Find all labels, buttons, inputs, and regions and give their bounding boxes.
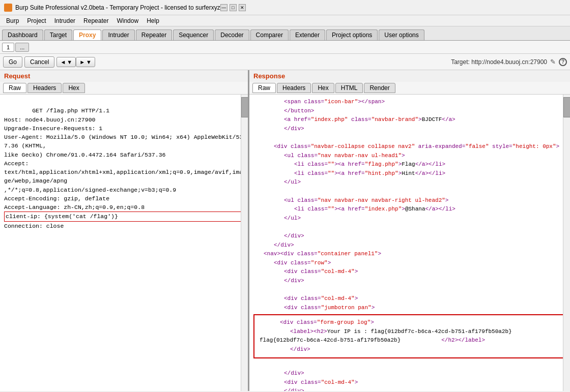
request-tab-hex[interactable]: Hex (63, 83, 84, 93)
menu-help[interactable]: Help (142, 16, 163, 25)
request-highlighted-line: client-ip: {system('cat /flag')} (4, 212, 242, 221)
response-tab-raw[interactable]: Raw (252, 83, 276, 93)
tab-project-options[interactable]: Project options (326, 29, 378, 40)
window-controls[interactable]: — □ ✕ (220, 4, 246, 11)
tab-proxy[interactable]: Proxy (73, 29, 101, 40)
resp-line-22: <div class="col-md-4"> (253, 378, 566, 387)
response-tab-hex[interactable]: Hex (312, 83, 334, 93)
forward-icon: ► (79, 59, 85, 65)
request-line-6: Accept: (4, 160, 28, 167)
titlebar: Burp Suite Professional v2.0beta - Tempo… (0, 0, 570, 15)
tab-comparer[interactable]: Comparer (250, 29, 289, 40)
request-line-3: Upgrade-Insecure-Requests: 1 (4, 125, 102, 132)
tab-decoder[interactable]: Decoder (215, 29, 249, 40)
forward-dropdown-icon[interactable]: ▼ (86, 59, 92, 65)
main-tabbar: Dashboard Target Proxy Intruder Repeater… (0, 26, 570, 41)
resp-line-12: </ul> (253, 214, 566, 223)
response-content: <span class="icon-bar"></span> </button>… (249, 95, 570, 391)
resp-line-20: <div class="jumbotron pan"> (253, 304, 566, 313)
request-line-1: GET /flag.php HTTP/1.1 (32, 107, 109, 114)
forward-button[interactable]: ► ▼ (76, 57, 95, 67)
app-icon (4, 4, 12, 12)
response-scrollbar-thumb[interactable] (563, 97, 570, 117)
resp-line-8: <li class=""><a href="hint.php">Hint</a>… (253, 169, 566, 178)
resp-line-18: </div> (253, 277, 566, 286)
menubar: Burp Project Intruder Repeater Window He… (0, 15, 570, 26)
response-scrollbar[interactable] (563, 95, 570, 391)
tab-dashboard[interactable]: Dashboard (2, 29, 43, 40)
resp-line-blank1 (253, 133, 566, 142)
resp-line-1: <span class="icon-bar"></span> (253, 98, 566, 107)
resp-line-11: <li class=""><a href="index.php">@Shana<… (253, 205, 566, 214)
back-icon: ◄ (60, 59, 66, 65)
resp-line-7: <li class=""><a href="flag.php">Flag</a>… (253, 160, 566, 169)
tab-intruder[interactable]: Intruder (102, 29, 134, 40)
menu-burp[interactable]: Burp (2, 16, 23, 25)
request-scrollbar-thumb[interactable] (241, 97, 248, 117)
resp-line-14: </div> (253, 241, 566, 250)
tab-user-options[interactable]: User options (379, 29, 424, 40)
resp-line-16: <div class="row"> (253, 259, 566, 268)
resp-line-blank5 (253, 360, 566, 370)
request-line-5: like Gecko) Chrome/91.0.4472.164 Safari/… (4, 152, 165, 158)
request-text-area[interactable]: GET /flag.php HTTP/1.1 Host: node4.buuoj… (0, 95, 248, 391)
resp-line-9: </ul> (253, 178, 566, 187)
target-label: Target: http://node4.buuoj.cn:27900 (451, 58, 547, 66)
minimize-button[interactable]: — (220, 4, 227, 11)
titlebar-title: Burp Suite Professional v2.0beta - Tempo… (15, 4, 220, 11)
tab-extender[interactable]: Extender (290, 29, 325, 40)
request-tab-raw[interactable]: Raw (3, 83, 26, 93)
request-tab-headers[interactable]: Headers (27, 83, 62, 93)
subtab-more[interactable]: ... (15, 43, 29, 52)
target-info: Target: http://node4.buuoj.cn:27900 ✎ ? (451, 58, 567, 66)
request-line-10: Accept-Language: zh-CN,zh;q=0.9,en;q=0.8 (4, 204, 145, 210)
request-line-2: Host: node4.buuoj.cn:27900 (4, 116, 95, 123)
resp-line-blank3 (253, 223, 566, 232)
menu-project[interactable]: Project (23, 16, 50, 25)
response-tab-headers[interactable]: Headers (277, 83, 311, 93)
menu-window[interactable]: Window (112, 16, 142, 25)
response-text-area[interactable]: <span class="icon-bar"></span> </button>… (249, 95, 570, 391)
request-scrollbar[interactable] (241, 95, 248, 391)
response-panel: Response Raw Headers Hex HTML Render <sp… (249, 70, 570, 391)
resp-line-5: <div class="navbar-collapse collapse nav… (253, 142, 566, 152)
main-content: Request Raw Headers Hex GET /flag.php HT… (0, 70, 570, 391)
go-button[interactable]: Go (3, 56, 22, 68)
resp-line-21: </div> (253, 369, 566, 378)
cancel-button[interactable]: Cancel (24, 56, 54, 68)
tab-target[interactable]: Target (44, 29, 72, 40)
flag-box-line1: <div class="form-group log"> (260, 318, 560, 327)
tab-repeater[interactable]: Repeater (136, 29, 172, 40)
proxy-toolbar: Go Cancel ◄ ▼ ► ▼ Target: http://node4.b… (0, 54, 570, 70)
resp-line-15: <nav><div class="container panel1"> (253, 250, 566, 259)
maximize-button[interactable]: □ (230, 4, 237, 11)
request-line-4: User-Agent: Mozilla/5.0 (Windows NT 10.0… (4, 134, 243, 149)
resp-line-10: <ul class="nav navbar-nav navbar-right u… (253, 196, 566, 205)
resp-line-19: <div class="col-md-4"> (253, 294, 566, 304)
resp-line-17: <div class="col-md-4"> (253, 267, 566, 277)
subtab-1[interactable]: 1 (2, 43, 14, 52)
request-line-7: text/html,application/xhtml+xml,applicat… (4, 169, 243, 184)
menu-intruder[interactable]: Intruder (50, 16, 79, 25)
resp-line-4: </div> (253, 125, 566, 134)
resp-line-23: </div> (253, 387, 566, 391)
help-icon[interactable]: ? (559, 58, 567, 66)
back-button[interactable]: ◄ ▼ (56, 57, 76, 67)
resp-line-blank4 (253, 285, 566, 294)
close-button[interactable]: ✕ (239, 4, 246, 11)
request-tabs: Raw Headers Hex (0, 82, 248, 95)
back-dropdown-icon[interactable]: ▼ (67, 59, 72, 65)
request-line-8: ,*/*;q=0.8,application/signed-exchange;v… (4, 187, 176, 193)
response-tab-render[interactable]: Render (364, 83, 395, 93)
flag-box-line4: </div> (260, 345, 560, 354)
menu-repeater[interactable]: Repeater (79, 16, 112, 25)
resp-line-6: <ul class="nav navbar-nav ul-head1"> (253, 152, 566, 161)
edit-target-icon[interactable]: ✎ (550, 58, 556, 66)
flag-box-line3: flag{012bdf7c-b6ca-42cd-b751-af179fb50a2… (260, 336, 560, 345)
resp-line-3: <a href="index.php" class="navbar-brand"… (253, 115, 566, 125)
resp-line-13: </div> (253, 232, 566, 241)
proxy-subtabbar: 1 ... (0, 41, 570, 54)
request-line-12: Connection: close (4, 223, 64, 229)
response-tab-html[interactable]: HTML (335, 83, 363, 93)
tab-sequencer[interactable]: Sequencer (173, 29, 214, 40)
